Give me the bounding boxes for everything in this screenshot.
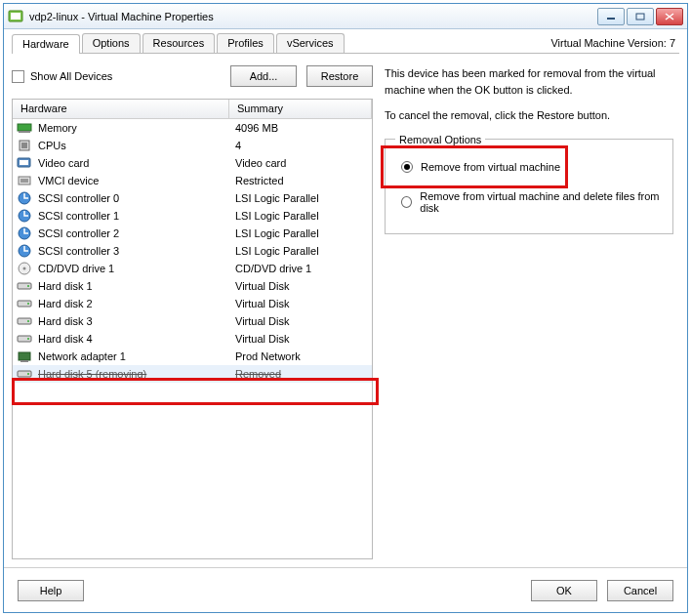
vm-version-label: Virtual Machine Version: 7 xyxy=(550,37,679,49)
show-all-devices-row[interactable]: Show All Devices xyxy=(12,70,112,83)
right-column: This device has been marked for removal … xyxy=(385,65,679,559)
disk-icon xyxy=(17,278,32,294)
tab-vservices[interactable]: vServices xyxy=(276,33,345,53)
show-all-devices-checkbox[interactable] xyxy=(12,70,24,83)
removal-option-remove-only[interactable]: Remove from virtual machine xyxy=(401,161,663,173)
removal-info-1: This device has been marked for removal … xyxy=(385,65,673,98)
ok-button[interactable]: OK xyxy=(531,580,597,601)
tab-resources[interactable]: Resources xyxy=(142,33,216,53)
hardware-summary: Restricted xyxy=(229,175,372,186)
radio-remove-only-label: Remove from virtual machine xyxy=(421,161,560,173)
tab-profiles[interactable]: Profiles xyxy=(217,33,274,53)
hardware-summary: 4096 MB xyxy=(229,122,372,134)
left-column: Show All Devices Add... Restore Hardware… xyxy=(12,65,373,559)
hardware-row[interactable]: Hard disk 4Virtual Disk xyxy=(13,330,372,348)
hardware-row[interactable]: CD/DVD drive 1CD/DVD drive 1 xyxy=(13,260,372,277)
close-button[interactable] xyxy=(656,8,683,25)
app-icon xyxy=(8,9,23,24)
memory-icon xyxy=(17,120,32,136)
hardware-row[interactable]: SCSI controller 0LSI Logic Parallel xyxy=(13,189,372,207)
svg-rect-27 xyxy=(20,360,28,362)
hardware-row[interactable]: VMCI deviceRestricted xyxy=(13,172,372,189)
svg-rect-9 xyxy=(20,160,28,165)
svg-rect-26 xyxy=(19,352,30,360)
hardware-name: SCSI controller 3 xyxy=(38,245,119,257)
ok-button-label: OK xyxy=(556,585,572,596)
scsi-icon xyxy=(17,190,32,206)
hardware-summary: LSI Logic Parallel xyxy=(229,192,372,204)
minimize-icon xyxy=(606,13,616,21)
radio-remove-only[interactable] xyxy=(401,161,413,173)
hardware-name: Video card xyxy=(38,157,89,169)
svg-point-21 xyxy=(27,303,29,305)
radio-remove-and-delete-label: Remove from virtual machine and delete f… xyxy=(420,190,663,214)
titlebar[interactable]: vdp2-linux - Virtual Machine Properties xyxy=(4,4,687,29)
removal-options-legend: Removal Options xyxy=(395,134,485,145)
hardware-row[interactable]: Hard disk 1Virtual Disk xyxy=(13,277,372,295)
hardware-listbox[interactable]: Hardware Summary Memory4096 MBCPUs4Video… xyxy=(12,99,373,559)
restore-button[interactable]: Restore xyxy=(306,65,373,87)
cd-icon xyxy=(17,261,32,276)
hardware-row[interactable]: Hard disk 5 (removing)Removed xyxy=(13,365,372,383)
hardware-summary: 4 xyxy=(229,140,372,151)
hardware-summary: LSI Logic Parallel xyxy=(229,245,372,257)
add-button[interactable]: Add... xyxy=(230,65,297,87)
hardware-header: Hardware Summary xyxy=(13,100,372,119)
hardware-row[interactable]: Hard disk 2Virtual Disk xyxy=(13,295,372,312)
svg-point-25 xyxy=(27,338,29,340)
disk-icon xyxy=(17,313,32,329)
removal-info-2: To cancel the removal, click the Restore… xyxy=(385,107,673,124)
hardware-summary: Virtual Disk xyxy=(229,315,372,327)
col-hardware[interactable]: Hardware xyxy=(13,100,229,118)
hardware-summary: LSI Logic Parallel xyxy=(229,210,372,222)
disk-icon xyxy=(17,331,32,347)
hardware-name: SCSI controller 1 xyxy=(38,210,119,222)
minimize-button[interactable] xyxy=(597,8,625,25)
hardware-row[interactable]: SCSI controller 3LSI Logic Parallel xyxy=(13,242,372,260)
help-button-label: Help xyxy=(40,585,62,596)
tab-hardware[interactable]: Hardware xyxy=(12,34,80,54)
svg-rect-1 xyxy=(11,13,20,20)
close-icon xyxy=(665,13,674,21)
hardware-summary: CD/DVD drive 1 xyxy=(229,263,372,274)
cancel-button-label: Cancel xyxy=(624,585,657,596)
content-area: HardwareOptionsResourcesProfilesvService… xyxy=(4,29,687,567)
hardware-summary: LSI Logic Parallel xyxy=(229,227,372,239)
scsi-icon xyxy=(17,208,32,224)
hardware-row[interactable]: Memory4096 MB xyxy=(13,119,372,137)
svg-point-17 xyxy=(23,267,26,270)
col-summary[interactable]: Summary xyxy=(229,100,372,118)
hardware-name: Hard disk 5 (removing) xyxy=(38,368,146,380)
hardware-name: SCSI controller 2 xyxy=(38,227,119,239)
hardware-summary: Virtual Disk xyxy=(229,298,372,309)
help-button[interactable]: Help xyxy=(18,580,84,601)
cancel-button[interactable]: Cancel xyxy=(607,580,673,601)
show-all-devices-label: Show All Devices xyxy=(30,70,112,82)
svg-rect-11 xyxy=(20,179,28,183)
maximize-button[interactable] xyxy=(627,8,654,25)
hardware-row[interactable]: Video cardVideo card xyxy=(13,154,372,172)
hardware-row[interactable]: Hard disk 3Virtual Disk xyxy=(13,312,372,330)
hardware-row[interactable]: CPUs4 xyxy=(13,137,372,154)
vmci-icon xyxy=(17,173,32,188)
restore-button-label: Restore xyxy=(321,70,359,82)
video-icon xyxy=(17,155,32,171)
tab-options[interactable]: Options xyxy=(82,33,141,53)
cpu-icon xyxy=(17,138,32,153)
hardware-name: Hard disk 3 xyxy=(38,315,93,327)
hardware-summary: Prod Network xyxy=(229,350,372,362)
hardware-row[interactable]: Network adapter 1Prod Network xyxy=(13,348,372,365)
hardware-name: SCSI controller 0 xyxy=(38,192,119,204)
removal-option-remove-and-delete[interactable]: Remove from virtual machine and delete f… xyxy=(401,190,663,214)
scsi-icon xyxy=(17,243,32,259)
hardware-row[interactable]: SCSI controller 1LSI Logic Parallel xyxy=(13,207,372,225)
svg-rect-7 xyxy=(21,143,27,148)
radio-remove-and-delete[interactable] xyxy=(401,196,412,208)
hardware-name: Hard disk 4 xyxy=(38,333,93,345)
hardware-summary: Virtual Disk xyxy=(229,333,372,345)
hardware-summary: Virtual Disk xyxy=(229,280,372,292)
svg-point-23 xyxy=(27,320,29,322)
body: Show All Devices Add... Restore Hardware… xyxy=(12,54,679,559)
hardware-row[interactable]: SCSI controller 2LSI Logic Parallel xyxy=(13,225,372,242)
svg-point-19 xyxy=(27,285,29,287)
